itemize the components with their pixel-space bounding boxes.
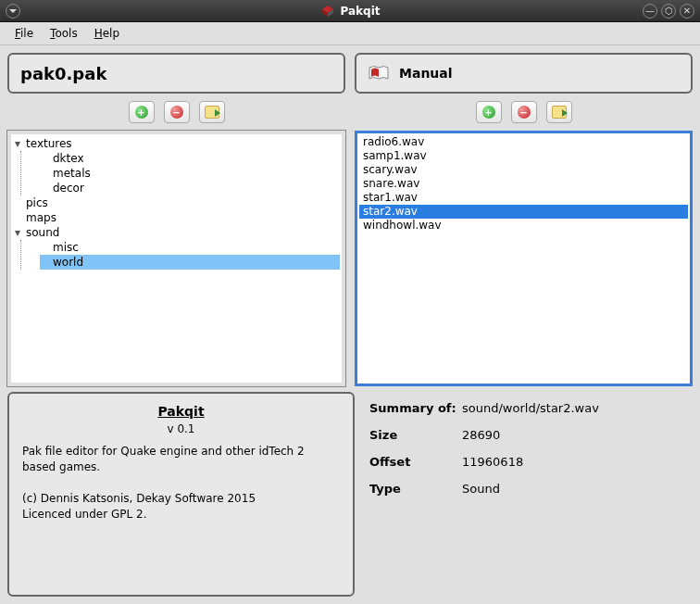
right-toolbar: + − [355,99,693,125]
tree-item-metals[interactable]: metals [40,166,340,181]
book-icon [368,64,390,82]
about-version: v 0.1 [22,422,340,437]
right-panel: Manual + − radio6.wavsamp1.wavscary.wavs… [355,53,693,386]
list-item[interactable]: windhowl.wav [359,219,688,233]
tree-item-decor[interactable]: decor [40,181,340,195]
export-icon [205,106,219,119]
summary-size: 28690 [462,428,687,442]
summary-offset: 11960618 [462,455,687,469]
list-item[interactable]: scary.wav [359,163,688,177]
about-license: Licenced under GPL 2. [22,507,340,522]
folder-tree[interactable]: ▾texturesdktexmetalsdecorpicsmaps▾soundm… [7,131,345,386]
list-item[interactable]: samp1.wav [359,149,688,163]
tree-item-dktex[interactable]: dktex [40,151,340,166]
summary-offset-label: Offset [369,455,462,469]
add-button-left[interactable]: + [129,101,155,123]
about-box: Pakqit v 0.1 Pak file editor for Quake e… [7,392,355,597]
about-description: Pak file editor for Quake engine and oth… [22,444,340,475]
export-button-left[interactable] [199,101,225,123]
pak-filename: pak0.pak [20,64,106,83]
summary-type-label: Type [369,482,462,496]
tree-item-pics[interactable]: pics [13,195,340,210]
file-list[interactable]: radio6.wavsamp1.wavscary.wavsnare.wavsta… [355,131,693,386]
summary-path: sound/world/star2.wav [462,401,687,415]
export-button-right[interactable] [546,101,572,123]
close-button[interactable]: ✕ [680,4,694,19]
export-icon [552,106,567,119]
titlebar: Pakqit — ⬡ ✕ [0,0,700,22]
pak-header: pak0.pak [7,53,345,94]
summary-box: Summary of: sound/world/star2.wav Size 2… [364,392,693,597]
tree-item-sound[interactable]: ▾sound [13,225,340,240]
minimize-button[interactable]: — [643,4,657,19]
app-icon [320,4,335,19]
left-toolbar: + − [7,99,345,125]
maximize-button[interactable]: ⬡ [661,4,676,19]
minus-icon: − [518,106,531,119]
manual-label: Manual [399,66,453,81]
tree-item-world[interactable]: world [40,255,340,270]
about-copyright: (c) Dennis Katsonis, Dekay Software 2015 [22,491,340,507]
summary-type: Sound [462,482,687,496]
menu-tools[interactable]: Tools [43,24,85,43]
menubar: File Tools Help [0,22,700,45]
plus-icon: + [482,106,495,119]
tree-item-misc[interactable]: misc [40,240,340,255]
window-menu-button[interactable] [6,4,20,19]
summary-heading: Summary of: [369,401,462,415]
menu-file[interactable]: File [7,24,41,43]
tree-item-textures[interactable]: ▾textures [13,136,340,151]
list-item[interactable]: snare.wav [359,177,688,191]
plus-icon: + [135,106,148,119]
list-item[interactable]: radio6.wav [359,135,688,149]
list-item[interactable]: star2.wav [359,205,688,219]
remove-button-right[interactable]: − [511,101,537,123]
manual-header: Manual [355,53,693,94]
window-title: Pakqit [341,5,381,18]
minus-icon: − [170,106,183,119]
menu-help[interactable]: Help [87,24,127,43]
remove-button-left[interactable]: − [164,101,190,123]
tree-item-maps[interactable]: maps [13,210,340,225]
left-panel: pak0.pak + − ▾texturesdktexmetalsdecorpi… [7,53,345,386]
summary-size-label: Size [369,428,462,442]
about-title: Pakqit [22,403,340,422]
list-item[interactable]: star1.wav [359,191,688,205]
add-button-right[interactable]: + [476,101,502,123]
